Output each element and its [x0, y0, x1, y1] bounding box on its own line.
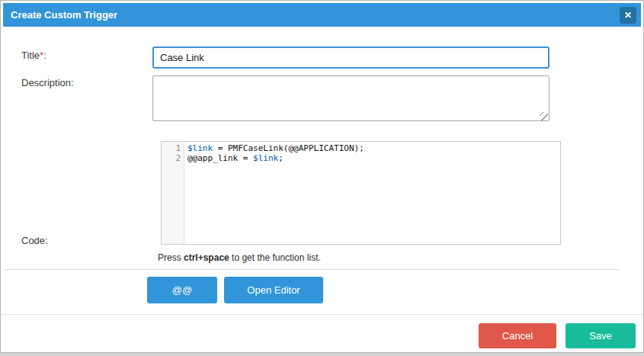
description-label: Description: [21, 77, 74, 88]
title-label: Title*: [21, 50, 46, 61]
code-line: $link = PMFCaseLink(@@APPLICATION); [187, 143, 364, 153]
code-line-numbers: 12 [162, 142, 184, 244]
dialog-title: Create Custom Trigger [3, 3, 641, 27]
close-icon[interactable]: ✕ [620, 7, 636, 24]
open-editor-button[interactable]: Open Editor [224, 277, 323, 303]
dialog-header: Create Custom Trigger ✕ [3, 3, 641, 27]
hint-prefix: Press [158, 252, 184, 263]
hint-shortcut: ctrl+space [184, 252, 229, 263]
hint-suffix: to get the function list. [229, 252, 321, 263]
code-label: Code: [21, 235, 48, 246]
footer-divider [1, 314, 643, 315]
title-label-text: Title [21, 50, 40, 61]
title-input[interactable] [152, 47, 549, 69]
code-line: @@app_link = $link; [187, 153, 364, 163]
at-variables-button[interactable]: @@ [147, 277, 217, 303]
divider-above-buttons [5, 269, 620, 270]
code-editor[interactable]: 12 $link = PMFCaseLink(@@APPLICATION);@@… [161, 141, 561, 245]
description-textarea[interactable] [152, 75, 549, 121]
create-custom-trigger-dialog: Create Custom Trigger ✕ Title*: Descript… [0, 0, 644, 353]
save-button[interactable]: Save [566, 323, 636, 348]
code-lines: $link = PMFCaseLink(@@APPLICATION);@@app… [184, 142, 364, 244]
title-label-colon: : [43, 50, 46, 61]
ctrl-space-hint: Press ctrl+space to get the function lis… [158, 252, 321, 263]
cancel-button[interactable]: Cancel [479, 323, 556, 348]
